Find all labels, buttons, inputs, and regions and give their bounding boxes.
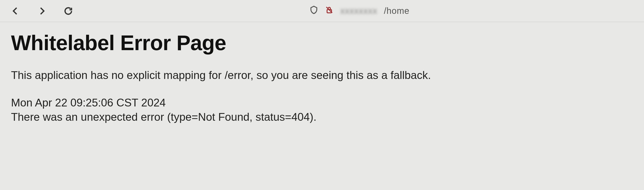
forward-button[interactable] <box>35 4 48 17</box>
back-button[interactable] <box>9 4 22 17</box>
url-path: /home <box>384 6 410 16</box>
browser-toolbar: xxxxxxxx /home <box>0 0 644 22</box>
error-detail: There was an unexpected error (type=Not … <box>11 110 633 124</box>
error-description: This application has no explicit mapping… <box>11 68 633 82</box>
reload-button[interactable] <box>62 4 75 17</box>
url-host-obscured: xxxxxxxx <box>340 6 377 16</box>
address-icons <box>310 5 334 16</box>
error-timestamp: Mon Apr 22 09:25:06 CST 2024 <box>11 96 633 110</box>
address-bar[interactable]: xxxxxxxx /home <box>84 5 635 16</box>
page-content: Whitelabel Error Page This application h… <box>0 22 644 133</box>
page-title: Whitelabel Error Page <box>11 31 633 55</box>
lock-crossed-icon <box>325 5 334 16</box>
shield-icon <box>310 5 318 16</box>
nav-buttons <box>9 4 75 17</box>
